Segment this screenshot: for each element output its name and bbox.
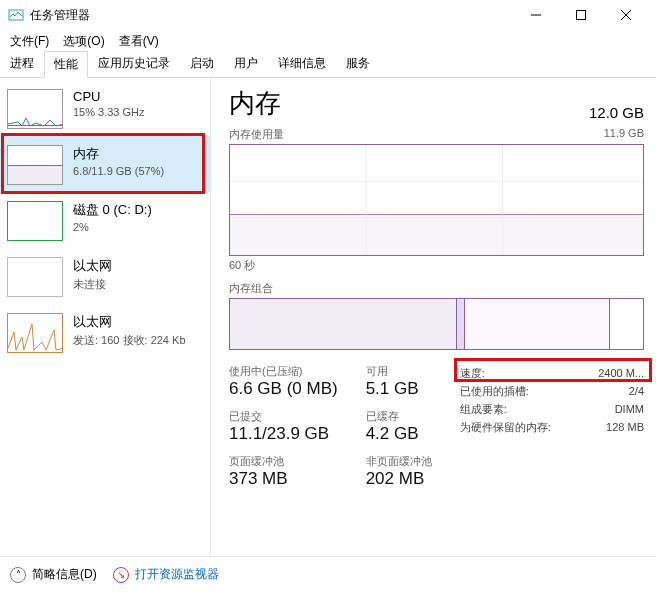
main-panel: 内存 12.0 GB 内存使用量11.9 GB 60 秒 内存组合 使用中(已压… [211, 78, 656, 556]
tab-app-history[interactable]: 应用历史记录 [88, 50, 180, 77]
memory-usage-chart[interactable] [229, 144, 644, 256]
in-use-value: 6.6 GB (0 MB) [229, 379, 338, 399]
memory-composition-chart[interactable] [229, 298, 644, 350]
menu-view[interactable]: 查看(V) [113, 31, 165, 52]
menubar: 文件(F) 选项(O) 查看(V) [0, 30, 656, 52]
x-axis-label: 60 秒 [229, 258, 644, 273]
memory-total: 12.0 GB [589, 104, 644, 121]
sidebar-item-disk[interactable]: 磁盘 0 (C: D:)2% [0, 192, 210, 248]
resmon-label: 打开资源监视器 [135, 566, 219, 583]
tab-users[interactable]: 用户 [224, 50, 268, 77]
disk-thumbnail [7, 201, 63, 241]
ethernet-thumbnail [7, 313, 63, 353]
tab-performance[interactable]: 性能 [44, 51, 88, 78]
committed-label: 已提交 [229, 409, 338, 424]
nonpaged-value: 202 MB [366, 469, 432, 489]
reserved-value: 128 MB [606, 418, 644, 436]
sidebar-item-ethernet-2[interactable]: 以太网发送: 160 接收: 224 Kb [0, 304, 210, 360]
cached-value: 4.2 GB [366, 424, 432, 444]
speed-label: 速度: [460, 364, 485, 382]
memory-thumbnail [7, 145, 63, 185]
chevron-up-icon: ˄ [10, 567, 26, 583]
app-icon [8, 7, 24, 23]
sidebar-item-label: CPU [73, 89, 145, 104]
available-value: 5.1 GB [366, 379, 432, 399]
summary-label: 简略信息(D) [32, 566, 97, 583]
tab-details[interactable]: 详细信息 [268, 50, 336, 77]
menu-options[interactable]: 选项(O) [57, 31, 110, 52]
sidebar-item-label: 以太网 [73, 313, 186, 331]
sidebar-item-label: 内存 [73, 145, 164, 163]
menu-file[interactable]: 文件(F) [4, 31, 55, 52]
tab-processes[interactable]: 进程 [0, 50, 44, 77]
sidebar-item-label: 以太网 [73, 257, 112, 275]
close-button[interactable] [603, 1, 648, 29]
usage-chart-max: 11.9 GB [604, 127, 644, 142]
paged-value: 373 MB [229, 469, 338, 489]
sidebar-item-sub: 2% [73, 221, 152, 233]
window-title: 任务管理器 [30, 7, 513, 24]
svg-rect-2 [576, 11, 585, 20]
open-resmon-button[interactable]: ↘ 打开资源监视器 [113, 566, 219, 583]
tab-startup[interactable]: 启动 [180, 50, 224, 77]
sidebar-item-sub: 发送: 160 接收: 224 Kb [73, 333, 186, 348]
form-label: 组成要素: [460, 400, 507, 418]
sidebar-item-sub: 未连接 [73, 277, 112, 292]
slots-value: 2/4 [629, 382, 644, 400]
footer: ˄ 简略信息(D) ↘ 打开资源监视器 [0, 556, 656, 592]
speed-value: 2400 M... [598, 364, 644, 382]
ethernet-thumbnail [7, 257, 63, 297]
tabbar: 进程 性能 应用历史记录 启动 用户 详细信息 服务 [0, 52, 656, 78]
nonpaged-label: 非页面缓冲池 [366, 454, 432, 469]
sidebar-item-memory[interactable]: 内存6.8/11.9 GB (57%) [0, 136, 210, 192]
titlebar: 任务管理器 [0, 0, 656, 30]
summary-view-button[interactable]: ˄ 简略信息(D) [10, 566, 97, 583]
resmon-icon: ↘ [113, 567, 129, 583]
sidebar: CPU15% 3.33 GHz 内存6.8/11.9 GB (57%) 磁盘 0… [0, 78, 211, 556]
slots-label: 已使用的插槽: [460, 382, 529, 400]
cached-label: 已缓存 [366, 409, 432, 424]
sidebar-item-cpu[interactable]: CPU15% 3.33 GHz [0, 80, 210, 136]
maximize-button[interactable] [558, 1, 603, 29]
committed-value: 11.1/23.9 GB [229, 424, 338, 444]
tab-services[interactable]: 服务 [336, 50, 380, 77]
usage-chart-label: 内存使用量 [229, 127, 284, 142]
sidebar-item-label: 磁盘 0 (C: D:) [73, 201, 152, 219]
minimize-button[interactable] [513, 1, 558, 29]
available-label: 可用 [366, 364, 432, 379]
composition-label: 内存组合 [229, 281, 273, 296]
sidebar-item-ethernet-1[interactable]: 以太网未连接 [0, 248, 210, 304]
paged-label: 页面缓冲池 [229, 454, 338, 469]
page-title: 内存 [229, 86, 281, 121]
in-use-label: 使用中(已压缩) [229, 364, 338, 379]
form-value: DIMM [615, 400, 644, 418]
cpu-thumbnail [7, 89, 63, 129]
reserved-label: 为硬件保留的内存: [460, 418, 551, 436]
sidebar-item-sub: 6.8/11.9 GB (57%) [73, 165, 164, 177]
sidebar-item-sub: 15% 3.33 GHz [73, 106, 145, 118]
